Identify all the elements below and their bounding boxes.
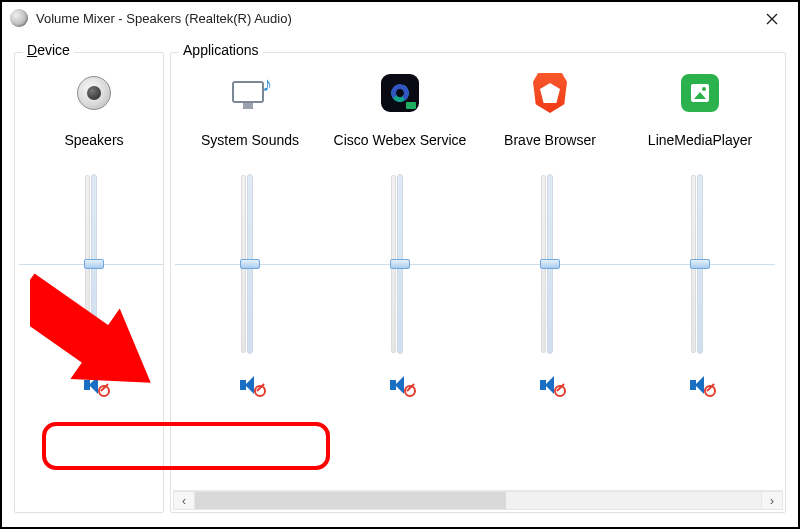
speaker-muted-icon [388, 375, 412, 395]
device-group-label: Device [23, 42, 74, 58]
app-volume-slider[interactable] [325, 169, 475, 359]
device-volume-slider[interactable] [19, 169, 163, 359]
device-mute-button[interactable] [73, 371, 115, 399]
applications-group-label: Applications [179, 42, 263, 58]
close-icon [766, 13, 778, 25]
chevron-left-icon: ‹ [182, 494, 186, 508]
app-mute-button[interactable] [679, 371, 721, 399]
app-sys-icon [10, 9, 28, 27]
app-label: System Sounds [197, 123, 303, 159]
scroll-left-button[interactable]: ‹ [173, 491, 195, 510]
volume-mixer-window: Volume Mixer - Speakers (Realtek(R) Audi… [0, 0, 800, 529]
speakers-device-icon[interactable] [72, 71, 116, 115]
scrollbar-thumb[interactable] [195, 492, 506, 509]
speaker-muted-icon [688, 375, 712, 395]
close-button[interactable] [752, 6, 792, 32]
content-area: Device Speakers [14, 52, 786, 513]
speaker-muted-icon [82, 375, 106, 395]
device-columns: Speakers [15, 61, 163, 399]
brave-icon[interactable] [528, 71, 572, 115]
app-column-brave: Brave Browser [475, 67, 625, 399]
app-mute-button[interactable] [229, 371, 271, 399]
window-title: Volume Mixer - Speakers (Realtek(R) Audi… [36, 11, 292, 26]
app-volume-slider[interactable] [175, 169, 325, 359]
app-volume-slider[interactable] [475, 169, 625, 359]
scrollbar-track[interactable] [195, 491, 761, 510]
webex-icon[interactable] [378, 71, 422, 115]
apps-horizontal-scrollbar[interactable]: ‹ › [173, 490, 783, 510]
app-mute-button[interactable] [379, 371, 421, 399]
app-column-webex: Cisco Webex Service [325, 67, 475, 399]
chevron-right-icon: › [770, 494, 774, 508]
device-label: Speakers [60, 123, 127, 159]
app-mute-button[interactable] [529, 371, 571, 399]
system-sounds-icon[interactable]: ♪ [228, 71, 272, 115]
app-label: Cisco Webex Service [330, 123, 471, 159]
scroll-right-button[interactable]: › [761, 491, 783, 510]
applications-group: Applications ♪ System Sounds [170, 52, 786, 513]
app-label: Brave Browser [500, 123, 600, 159]
speaker-muted-icon [238, 375, 262, 395]
device-group: Device Speakers [14, 52, 164, 513]
speaker-muted-icon [538, 375, 562, 395]
app-column-line: LineMediaPlayer [625, 67, 775, 399]
titlebar: Volume Mixer - Speakers (Realtek(R) Audi… [2, 2, 798, 34]
app-column-system-sounds: ♪ System Sounds [175, 67, 325, 399]
app-volume-slider[interactable] [625, 169, 775, 359]
app-columns: ♪ System Sounds [171, 61, 785, 490]
line-icon[interactable] [678, 71, 722, 115]
app-label: LineMediaPlayer [644, 123, 756, 159]
device-column: Speakers [19, 67, 163, 399]
